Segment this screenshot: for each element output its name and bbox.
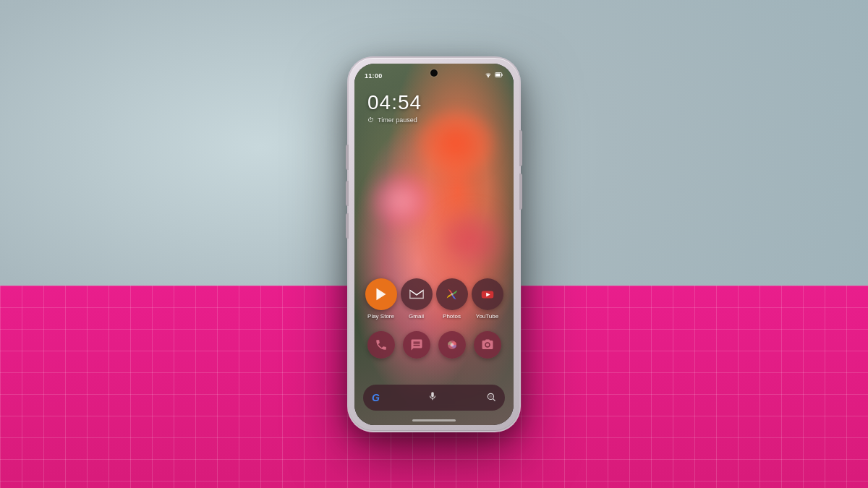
wifi-icon [485, 72, 492, 80]
svg-line-12 [493, 398, 495, 401]
status-time: 11:00 [365, 72, 383, 80]
battery-icon [495, 72, 503, 79]
app-item-camera[interactable] [474, 331, 501, 359]
lock-screen-info: 04:54 ⏱ Timer paused [367, 91, 422, 124]
search-bar[interactable]: G [363, 385, 505, 411]
app-item-messages[interactable] [403, 331, 430, 359]
google-g-logo: G [372, 392, 380, 403]
app-item-photos[interactable]: Photos [436, 278, 468, 320]
youtube-label: YouTube [476, 313, 498, 320]
svg-rect-3 [496, 74, 501, 77]
lock-notification-text: Timer paused [378, 116, 417, 124]
svg-point-9 [485, 343, 489, 346]
camera-hole [430, 69, 438, 77]
app-row-1: Play Store Gmail [363, 278, 505, 320]
lens-icon[interactable] [486, 392, 496, 403]
app-item-chrome[interactable] [438, 331, 466, 359]
app-grid: Play Store Gmail [354, 278, 514, 367]
lock-time: 04:54 [367, 91, 422, 114]
app-row-2 [363, 331, 505, 359]
photos-label: Photos [443, 313, 461, 320]
svg-point-11 [489, 395, 493, 398]
photos-icon[interactable] [436, 278, 468, 310]
svg-point-8 [450, 343, 454, 346]
app-item-youtube[interactable]: YouTube [472, 278, 503, 320]
gmail-icon[interactable] [401, 278, 433, 310]
play-store-label: Play Store [367, 313, 394, 320]
gmail-label: Gmail [409, 313, 424, 320]
phone-device: 11:00 [347, 56, 521, 432]
timer-icon: ⏱ [367, 116, 374, 124]
svg-point-4 [451, 293, 454, 296]
phone-screen: 11:00 [354, 64, 514, 425]
lock-notification: ⏱ Timer paused [367, 116, 422, 124]
microphone-icon[interactable] [427, 391, 438, 403]
svg-point-0 [488, 77, 488, 77]
svg-rect-2 [502, 74, 503, 76]
app-item-phone[interactable] [367, 331, 395, 359]
status-icons [485, 72, 503, 80]
home-indicator[interactable] [412, 419, 456, 421]
flower-decoration-1 [412, 107, 499, 179]
app-item-play-store[interactable]: Play Store [365, 278, 397, 320]
play-store-icon[interactable] [365, 278, 397, 310]
app-item-gmail[interactable]: Gmail [401, 278, 433, 320]
youtube-icon[interactable] [472, 278, 503, 310]
flower-decoration-2 [369, 172, 434, 230]
flower-decoration-3 [434, 208, 506, 273]
